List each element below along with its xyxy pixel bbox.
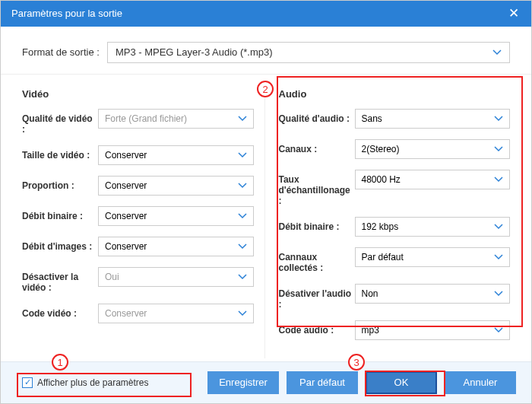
annotation-marker-2: 2 bbox=[257, 81, 274, 97]
chevron-down-icon bbox=[494, 177, 503, 183]
video-disable-value: Oui bbox=[105, 272, 119, 282]
audio-codec-field: Code audio : mp3 bbox=[279, 320, 511, 340]
footer: ✓ Afficher plus de paramètres Enregistre… bbox=[1, 361, 531, 403]
ok-button[interactable]: OK bbox=[366, 371, 437, 394]
chevron-down-icon bbox=[492, 49, 502, 56]
chevron-down-icon bbox=[494, 146, 503, 152]
format-label: Format de sortie : bbox=[22, 46, 100, 58]
video-codec-value: Conserver bbox=[105, 308, 147, 319]
audio-codec-select[interactable]: mp3 bbox=[355, 320, 511, 340]
audio-collected-value: Par défaut bbox=[362, 252, 404, 262]
video-ratio-value: Conserver bbox=[105, 180, 147, 191]
video-bitrate-field: Débit binaire : Conserver bbox=[22, 206, 254, 226]
audio-sample-label: Taux d'échantillonage : bbox=[279, 170, 355, 206]
chevron-down-icon bbox=[494, 254, 503, 260]
audio-disable-select[interactable]: Non bbox=[355, 284, 511, 304]
chevron-down-icon bbox=[494, 116, 503, 122]
video-codec-field: Code vidéo : Conserver bbox=[22, 304, 254, 323]
video-disable-field: Désactiver la vidéo : Oui bbox=[22, 267, 254, 293]
video-size-field: Taille de vidéo : Conserver bbox=[22, 145, 254, 165]
audio-quality-field: Qualité d'audio : Sans bbox=[279, 109, 511, 129]
audio-bitrate-select[interactable]: 192 kbps bbox=[355, 217, 511, 237]
chevron-down-icon bbox=[238, 116, 247, 122]
close-icon[interactable]: ✕ bbox=[504, 5, 524, 21]
checkbox-icon: ✓ bbox=[22, 377, 33, 388]
audio-disable-label: Désativer l'audio : bbox=[279, 284, 355, 310]
video-fps-select[interactable]: Conserver bbox=[98, 237, 254, 256]
audio-channels-label: Canaux : bbox=[279, 139, 355, 154]
audio-collected-label: Cannaux collectés : bbox=[279, 247, 355, 273]
video-size-value: Conserver bbox=[105, 150, 147, 161]
video-panel: Vidéo Qualité de vidéo : Forte (Grand fi… bbox=[22, 81, 264, 358]
audio-sample-select[interactable]: 48000 Hz bbox=[355, 170, 511, 189]
annotation-marker-3: 3 bbox=[348, 354, 365, 371]
show-more-checkbox[interactable]: ✓ Afficher plus de paramètres bbox=[22, 377, 149, 388]
video-ratio-label: Proportion : bbox=[22, 176, 98, 191]
show-more-label: Afficher plus de paramètres bbox=[37, 377, 149, 388]
format-row: Format de sortie : MP3 - MPEG Layer-3 Au… bbox=[1, 27, 531, 75]
video-heading: Vidéo bbox=[22, 88, 254, 100]
audio-quality-label: Qualité d'audio : bbox=[279, 109, 355, 124]
video-fps-value: Conserver bbox=[105, 241, 147, 252]
video-fps-field: Débit d'images : Conserver bbox=[22, 237, 254, 256]
audio-codec-value: mp3 bbox=[362, 325, 379, 336]
chevron-down-icon bbox=[238, 183, 247, 189]
video-quality-label: Qualité de vidéo : bbox=[22, 109, 98, 135]
audio-disable-field: Désativer l'audio : Non bbox=[279, 284, 511, 310]
video-fps-label: Débit d'images : bbox=[22, 237, 98, 252]
audio-codec-label: Code audio : bbox=[279, 320, 355, 336]
video-codec-label: Code vidéo : bbox=[22, 304, 98, 319]
chevron-down-icon bbox=[494, 224, 503, 230]
format-value: MP3 - MPEG Layer-3 Audio (*.mp3) bbox=[116, 46, 273, 58]
audio-bitrate-value: 192 kbps bbox=[362, 221, 399, 232]
video-codec-select[interactable]: Conserver bbox=[98, 304, 254, 323]
video-bitrate-label: Débit binaire : bbox=[22, 206, 98, 221]
chevron-down-icon bbox=[238, 274, 247, 280]
audio-disable-value: Non bbox=[362, 288, 378, 299]
cancel-button[interactable]: Annuler bbox=[445, 371, 516, 394]
window-title: Paramètres pour la sortie bbox=[11, 8, 122, 19]
audio-sample-value: 48000 Hz bbox=[362, 174, 401, 185]
video-bitrate-value: Conserver bbox=[105, 211, 147, 221]
audio-bitrate-label: Débit binaire : bbox=[279, 217, 355, 232]
audio-collected-field: Cannaux collectés : Par défaut bbox=[279, 247, 511, 273]
video-ratio-select[interactable]: Conserver bbox=[98, 176, 254, 196]
audio-bitrate-field: Débit binaire : 192 kbps bbox=[279, 217, 511, 237]
audio-channels-value: 2(Stereo) bbox=[362, 144, 400, 154]
chevron-down-icon bbox=[494, 327, 503, 333]
chevron-down-icon bbox=[238, 213, 247, 219]
video-quality-field: Qualité de vidéo : Forte (Grand fichier) bbox=[22, 109, 254, 135]
audio-quality-value: Sans bbox=[362, 113, 382, 124]
annotation-marker-1: 1 bbox=[52, 354, 68, 371]
format-select[interactable]: MP3 - MPEG Layer-3 Audio (*.mp3) bbox=[107, 42, 510, 63]
audio-quality-select[interactable]: Sans bbox=[355, 109, 511, 129]
audio-panel: Audio Qualité d'audio : Sans Canaux : 2(… bbox=[264, 81, 521, 358]
video-size-select[interactable]: Conserver bbox=[98, 145, 254, 165]
audio-channels-select[interactable]: 2(Stereo) bbox=[355, 139, 511, 159]
audio-channels-field: Canaux : 2(Stereo) bbox=[279, 139, 511, 159]
audio-heading: Audio bbox=[279, 88, 511, 100]
panels: Vidéo Qualité de vidéo : Forte (Grand fi… bbox=[1, 75, 531, 361]
video-disable-select[interactable]: Oui bbox=[98, 267, 254, 287]
default-button[interactable]: Par défaut bbox=[287, 371, 358, 394]
titlebar: Paramètres pour la sortie ✕ bbox=[1, 1, 531, 27]
save-button[interactable]: Enregistrer bbox=[207, 371, 279, 394]
video-size-label: Taille de vidéo : bbox=[22, 145, 98, 161]
chevron-down-icon bbox=[238, 243, 247, 250]
chevron-down-icon bbox=[238, 152, 247, 158]
video-disable-label: Désactiver la vidéo : bbox=[22, 267, 98, 293]
audio-collected-select[interactable]: Par défaut bbox=[355, 247, 511, 267]
chevron-down-icon bbox=[238, 310, 247, 317]
video-quality-select[interactable]: Forte (Grand fichier) bbox=[98, 109, 254, 129]
video-quality-value: Forte (Grand fichier) bbox=[105, 113, 187, 124]
video-ratio-field: Proportion : Conserver bbox=[22, 176, 254, 196]
audio-sample-field: Taux d'échantillonage : 48000 Hz bbox=[279, 170, 511, 206]
chevron-down-icon bbox=[494, 291, 503, 297]
dialog: Paramètres pour la sortie ✕ Format de so… bbox=[0, 0, 532, 404]
video-bitrate-select[interactable]: Conserver bbox=[98, 206, 254, 226]
